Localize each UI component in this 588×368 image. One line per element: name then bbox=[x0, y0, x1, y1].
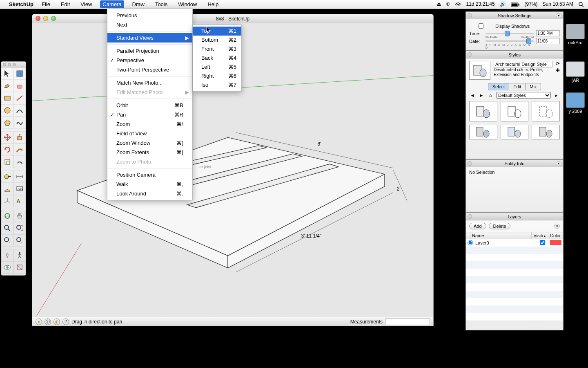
style-collection-select[interactable]: Default Styles bbox=[496, 92, 551, 99]
details-icon[interactable]: ▸ bbox=[553, 92, 560, 99]
style-new-icon[interactable]: ✚ bbox=[556, 67, 560, 73]
circle-tool[interactable] bbox=[1, 104, 13, 117]
offset-tool[interactable] bbox=[13, 156, 26, 168]
menu-view[interactable]: View bbox=[78, 0, 94, 8]
submenu-item[interactable]: Top⌘1 bbox=[193, 27, 241, 36]
layer-active-radio[interactable] bbox=[468, 240, 473, 245]
nav-back-icon[interactable]: ◄ bbox=[469, 92, 476, 99]
styles-panel[interactable]: Styles Desaturated colors. Profile, Exte… bbox=[466, 51, 564, 159]
add-layer-button[interactable]: Add bbox=[469, 223, 486, 229]
clock[interactable]: Sun 10:53 AM bbox=[543, 1, 573, 7]
nav-fwd-icon[interactable]: ► bbox=[478, 92, 485, 99]
desktop-icon[interactable]: (AR bbox=[565, 61, 586, 83]
dimension-tool[interactable] bbox=[13, 171, 26, 183]
eject-icon[interactable]: ⏏ bbox=[437, 1, 441, 7]
submenu-item[interactable]: Iso⌘7 bbox=[193, 81, 241, 90]
measurements-input[interactable] bbox=[385, 319, 430, 325]
submenu-item[interactable]: Bottom⌘2 bbox=[193, 36, 241, 45]
layer-color-swatch[interactable] bbox=[550, 240, 561, 245]
orbit-tool[interactable] bbox=[1, 210, 13, 222]
panel-close-icon[interactable] bbox=[468, 214, 472, 219]
menu-help[interactable]: Help bbox=[205, 0, 221, 8]
style-update-icon[interactable]: ⟳ bbox=[556, 61, 560, 67]
menu-item[interactable]: ✓Perspective bbox=[107, 56, 192, 65]
scale-tool[interactable] bbox=[1, 156, 13, 168]
traffic-lights[interactable] bbox=[36, 16, 56, 21]
tape-tool[interactable] bbox=[1, 171, 13, 183]
zoom-extents-tool[interactable] bbox=[13, 222, 26, 234]
paint-tool[interactable] bbox=[1, 80, 13, 92]
previous-view-tool[interactable] bbox=[1, 234, 13, 247]
menu-item[interactable]: Position Camera bbox=[107, 170, 192, 180]
panel-close-icon[interactable] bbox=[468, 13, 472, 18]
menu-item[interactable]: Look Around⌘. bbox=[107, 189, 192, 198]
panel-close-icon[interactable] bbox=[468, 52, 472, 57]
protractor-tool[interactable] bbox=[1, 183, 13, 195]
tab-edit[interactable]: Edit bbox=[509, 83, 526, 90]
menu-item[interactable]: Field of View bbox=[107, 129, 192, 138]
phone-icon[interactable]: ✆ bbox=[446, 1, 450, 7]
style-thumb[interactable] bbox=[469, 101, 497, 121]
expand-icon[interactable]: ▾ bbox=[554, 224, 560, 229]
menu-item[interactable]: Orbit⌘B bbox=[107, 101, 192, 110]
status-icon[interactable]: ◐ bbox=[53, 319, 60, 325]
move-tool[interactable] bbox=[1, 131, 13, 144]
date-input[interactable] bbox=[536, 38, 560, 44]
menu-item[interactable]: Zoom Extents⌘[ bbox=[107, 148, 192, 157]
col-name[interactable]: Name bbox=[470, 232, 532, 239]
delete-layer-button[interactable]: Delete bbox=[489, 223, 511, 229]
polygon-tool[interactable] bbox=[1, 117, 13, 129]
window-titlebar[interactable]: 8x8 - SketchUp bbox=[32, 14, 433, 23]
section-tool[interactable] bbox=[13, 261, 26, 274]
style-thumb[interactable] bbox=[532, 125, 560, 139]
menu-item[interactable]: Zoom⌘\ bbox=[107, 119, 192, 129]
col-visible[interactable]: Visib▲ bbox=[532, 232, 548, 239]
style-name-input[interactable] bbox=[494, 61, 552, 67]
pushpull-tool[interactable] bbox=[13, 131, 26, 144]
menu-draw[interactable]: Draw bbox=[130, 0, 147, 8]
layer-visible-checkbox[interactable] bbox=[540, 240, 545, 245]
followme-tool[interactable] bbox=[13, 144, 26, 156]
submenu-item[interactable]: Front⌘3 bbox=[193, 45, 241, 54]
submenu-item[interactable]: Back⌘4 bbox=[193, 54, 241, 63]
status-icon[interactable]: ⓘ bbox=[45, 319, 51, 325]
style-thumb[interactable] bbox=[501, 125, 529, 139]
menu-item[interactable]: Two-Point Perspective bbox=[107, 65, 192, 74]
desktop-icon[interactable]: ookPro bbox=[565, 24, 586, 45]
3dtext-tool[interactable]: A bbox=[13, 195, 26, 207]
position-camera-tool[interactable] bbox=[1, 249, 13, 261]
close-icon[interactable] bbox=[36, 16, 40, 21]
line-tool[interactable] bbox=[13, 92, 26, 104]
menu-item[interactable]: Match New Photo... bbox=[107, 78, 192, 88]
expand-icon[interactable]: ▾ bbox=[556, 161, 561, 166]
menu-item[interactable]: Next bbox=[107, 20, 192, 29]
menu-item[interactable]: Standard Views▶ bbox=[107, 33, 192, 43]
zoom-icon[interactable] bbox=[51, 16, 56, 21]
submenu-item[interactable]: Left⌘5 bbox=[193, 63, 241, 72]
rotate-tool[interactable] bbox=[1, 144, 13, 156]
volume-icon[interactable]: 🔊 bbox=[500, 1, 506, 7]
date-slider[interactable]: J F M A M J J A S O N D bbox=[486, 40, 534, 42]
make-component-tool[interactable] bbox=[13, 67, 26, 80]
time-input[interactable] bbox=[536, 30, 560, 36]
next-view-tool[interactable] bbox=[13, 234, 26, 247]
style-thumb[interactable] bbox=[501, 101, 529, 121]
minimize-icon[interactable] bbox=[43, 16, 48, 21]
freehand-tool[interactable] bbox=[13, 117, 26, 129]
rectangle-tool[interactable] bbox=[1, 92, 13, 104]
app-name[interactable]: SketchUp bbox=[9, 1, 33, 7]
help-icon[interactable]: ? bbox=[62, 319, 69, 325]
battery-icon[interactable] bbox=[511, 1, 520, 7]
menu-edit[interactable]: Edit bbox=[58, 0, 72, 8]
arc-tool[interactable] bbox=[13, 104, 26, 117]
menu-item[interactable]: Previous bbox=[107, 11, 192, 20]
eraser-tool[interactable] bbox=[13, 80, 26, 92]
display-shadows-checkbox[interactable] bbox=[469, 23, 493, 29]
menu-item[interactable]: Zoom Window⌘] bbox=[107, 138, 192, 148]
text-tool[interactable]: ABC bbox=[13, 183, 26, 195]
time-slider[interactable]: 06:43 AM04:46 PM bbox=[486, 33, 534, 34]
nav-home-icon[interactable]: ⌂ bbox=[487, 92, 494, 99]
menu-window[interactable]: Window bbox=[176, 0, 199, 8]
layer-name[interactable]: Layer0 bbox=[475, 240, 540, 245]
style-thumb[interactable] bbox=[532, 101, 560, 121]
